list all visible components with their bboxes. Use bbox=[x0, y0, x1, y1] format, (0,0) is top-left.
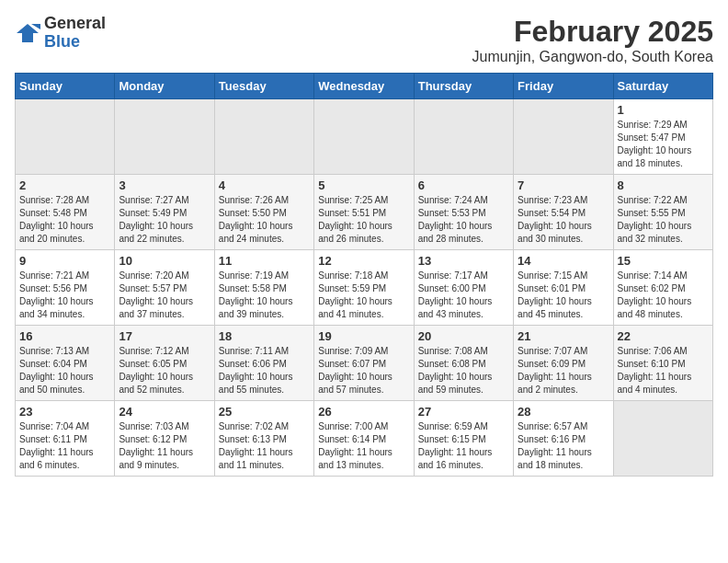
weekday-header-wednesday: Wednesday bbox=[314, 74, 414, 99]
weekday-row: SundayMondayTuesdayWednesdayThursdayFrid… bbox=[16, 74, 713, 99]
day-info: Sunrise: 7:23 AM Sunset: 5:54 PM Dayligh… bbox=[518, 194, 609, 246]
day-info: Sunrise: 7:21 AM Sunset: 5:56 PM Dayligh… bbox=[19, 270, 110, 321]
day-number: 2 bbox=[19, 178, 110, 192]
day-info: Sunrise: 7:07 AM Sunset: 6:09 PM Dayligh… bbox=[518, 345, 609, 396]
day-info: Sunrise: 7:06 AM Sunset: 6:10 PM Dayligh… bbox=[618, 345, 709, 396]
day-info: Sunrise: 7:28 AM Sunset: 5:48 PM Dayligh… bbox=[19, 194, 110, 246]
calendar-cell: 14Sunrise: 7:15 AM Sunset: 6:01 PM Dayli… bbox=[514, 250, 613, 326]
day-info: Sunrise: 7:15 AM Sunset: 6:01 PM Dayligh… bbox=[518, 270, 609, 321]
calendar-cell: 2Sunrise: 7:28 AM Sunset: 5:48 PM Daylig… bbox=[16, 175, 115, 250]
calendar-cell bbox=[414, 99, 513, 175]
calendar-body: 1Sunrise: 7:29 AM Sunset: 5:47 PM Daylig… bbox=[16, 99, 713, 477]
calendar-week-4: 16Sunrise: 7:13 AM Sunset: 6:04 PM Dayli… bbox=[16, 326, 713, 401]
day-number: 24 bbox=[119, 405, 210, 419]
day-info: Sunrise: 7:14 AM Sunset: 6:02 PM Dayligh… bbox=[618, 270, 709, 321]
day-info: Sunrise: 7:11 AM Sunset: 6:06 PM Dayligh… bbox=[219, 345, 310, 396]
calendar-cell: 4Sunrise: 7:26 AM Sunset: 5:50 PM Daylig… bbox=[214, 175, 313, 250]
day-number: 6 bbox=[418, 178, 509, 192]
calendar-cell bbox=[214, 99, 313, 175]
day-number: 10 bbox=[119, 254, 210, 268]
day-number: 12 bbox=[318, 254, 409, 268]
day-number: 9 bbox=[19, 254, 110, 268]
day-number: 4 bbox=[219, 178, 310, 192]
calendar-title: February 2025 bbox=[472, 15, 713, 49]
day-number: 8 bbox=[618, 178, 709, 192]
day-number: 3 bbox=[119, 178, 210, 192]
weekday-header-sunday: Sunday bbox=[16, 74, 115, 99]
day-number: 17 bbox=[119, 329, 210, 343]
calendar-cell: 27Sunrise: 6:59 AM Sunset: 6:15 PM Dayli… bbox=[414, 401, 513, 477]
logo: General Blue bbox=[15, 15, 106, 52]
day-number: 20 bbox=[418, 329, 509, 343]
weekday-header-thursday: Thursday bbox=[414, 74, 513, 99]
day-info: Sunrise: 7:24 AM Sunset: 5:53 PM Dayligh… bbox=[418, 194, 509, 246]
day-info: Sunrise: 7:29 AM Sunset: 5:47 PM Dayligh… bbox=[618, 119, 709, 170]
day-number: 11 bbox=[219, 254, 310, 268]
day-number: 14 bbox=[518, 254, 609, 268]
day-number: 5 bbox=[318, 178, 409, 192]
logo-icon bbox=[15, 20, 40, 46]
day-number: 22 bbox=[618, 329, 709, 343]
day-info: Sunrise: 6:59 AM Sunset: 6:15 PM Dayligh… bbox=[418, 420, 509, 472]
calendar-cell: 7Sunrise: 7:23 AM Sunset: 5:54 PM Daylig… bbox=[514, 175, 613, 250]
day-info: Sunrise: 7:26 AM Sunset: 5:50 PM Dayligh… bbox=[219, 194, 310, 246]
day-number: 25 bbox=[219, 405, 310, 419]
day-number: 26 bbox=[318, 405, 409, 419]
calendar-cell: 17Sunrise: 7:12 AM Sunset: 6:05 PM Dayli… bbox=[115, 326, 214, 401]
calendar-cell: 11Sunrise: 7:19 AM Sunset: 5:58 PM Dayli… bbox=[214, 250, 313, 326]
calendar-cell: 8Sunrise: 7:22 AM Sunset: 5:55 PM Daylig… bbox=[613, 175, 712, 250]
day-info: Sunrise: 7:13 AM Sunset: 6:04 PM Dayligh… bbox=[19, 345, 110, 396]
calendar-cell: 23Sunrise: 7:04 AM Sunset: 6:11 PM Dayli… bbox=[16, 401, 115, 477]
day-number: 28 bbox=[518, 405, 609, 419]
weekday-header-monday: Monday bbox=[115, 74, 214, 99]
calendar-cell bbox=[514, 99, 613, 175]
calendar-week-2: 2Sunrise: 7:28 AM Sunset: 5:48 PM Daylig… bbox=[16, 175, 713, 250]
calendar-cell: 22Sunrise: 7:06 AM Sunset: 6:10 PM Dayli… bbox=[613, 326, 712, 401]
calendar-cell: 3Sunrise: 7:27 AM Sunset: 5:49 PM Daylig… bbox=[115, 175, 214, 250]
day-number: 19 bbox=[318, 329, 409, 343]
day-number: 1 bbox=[618, 103, 709, 117]
calendar-header: SundayMondayTuesdayWednesdayThursdayFrid… bbox=[16, 74, 713, 99]
calendar-cell: 20Sunrise: 7:08 AM Sunset: 6:08 PM Dayli… bbox=[414, 326, 513, 401]
calendar-cell: 21Sunrise: 7:07 AM Sunset: 6:09 PM Dayli… bbox=[514, 326, 613, 401]
calendar-cell bbox=[613, 401, 712, 477]
day-number: 23 bbox=[19, 405, 110, 419]
calendar-cell: 26Sunrise: 7:00 AM Sunset: 6:14 PM Dayli… bbox=[314, 401, 414, 477]
day-number: 13 bbox=[418, 254, 509, 268]
day-info: Sunrise: 7:02 AM Sunset: 6:13 PM Dayligh… bbox=[219, 420, 310, 472]
calendar-table: SundayMondayTuesdayWednesdayThursdayFrid… bbox=[15, 73, 713, 477]
day-info: Sunrise: 7:03 AM Sunset: 6:12 PM Dayligh… bbox=[119, 420, 210, 472]
calendar-cell: 19Sunrise: 7:09 AM Sunset: 6:07 PM Dayli… bbox=[314, 326, 414, 401]
day-number: 21 bbox=[518, 329, 609, 343]
day-info: Sunrise: 7:09 AM Sunset: 6:07 PM Dayligh… bbox=[318, 345, 409, 396]
logo-blue-text: Blue bbox=[44, 32, 80, 51]
day-info: Sunrise: 7:18 AM Sunset: 5:59 PM Dayligh… bbox=[318, 270, 409, 321]
day-info: Sunrise: 6:57 AM Sunset: 6:16 PM Dayligh… bbox=[518, 420, 609, 472]
calendar-cell bbox=[16, 99, 115, 175]
day-number: 16 bbox=[19, 329, 110, 343]
calendar-cell: 25Sunrise: 7:02 AM Sunset: 6:13 PM Dayli… bbox=[214, 401, 313, 477]
calendar-cell: 13Sunrise: 7:17 AM Sunset: 6:00 PM Dayli… bbox=[414, 250, 513, 326]
day-info: Sunrise: 7:04 AM Sunset: 6:11 PM Dayligh… bbox=[19, 420, 110, 472]
calendar-cell: 18Sunrise: 7:11 AM Sunset: 6:06 PM Dayli… bbox=[214, 326, 313, 401]
calendar-cell: 10Sunrise: 7:20 AM Sunset: 5:57 PM Dayli… bbox=[115, 250, 214, 326]
calendar-subtitle: Jumunjin, Gangwon-do, South Korea bbox=[472, 49, 713, 65]
day-info: Sunrise: 7:22 AM Sunset: 5:55 PM Dayligh… bbox=[618, 194, 709, 246]
calendar-cell: 12Sunrise: 7:18 AM Sunset: 5:59 PM Dayli… bbox=[314, 250, 414, 326]
day-info: Sunrise: 7:17 AM Sunset: 6:00 PM Dayligh… bbox=[418, 270, 509, 321]
day-info: Sunrise: 7:27 AM Sunset: 5:49 PM Dayligh… bbox=[119, 194, 210, 246]
logo-general-text: General bbox=[44, 14, 106, 32]
weekday-header-saturday: Saturday bbox=[613, 74, 712, 99]
day-info: Sunrise: 7:19 AM Sunset: 5:58 PM Dayligh… bbox=[219, 270, 310, 321]
day-number: 15 bbox=[618, 254, 709, 268]
calendar-cell: 16Sunrise: 7:13 AM Sunset: 6:04 PM Dayli… bbox=[16, 326, 115, 401]
calendar-cell bbox=[314, 99, 414, 175]
day-info: Sunrise: 7:00 AM Sunset: 6:14 PM Dayligh… bbox=[318, 420, 409, 472]
day-number: 7 bbox=[518, 178, 609, 192]
day-number: 18 bbox=[219, 329, 310, 343]
svg-marker-0 bbox=[17, 24, 39, 42]
day-info: Sunrise: 7:12 AM Sunset: 6:05 PM Dayligh… bbox=[119, 345, 210, 396]
day-info: Sunrise: 7:25 AM Sunset: 5:51 PM Dayligh… bbox=[318, 194, 409, 246]
calendar-cell: 1Sunrise: 7:29 AM Sunset: 5:47 PM Daylig… bbox=[613, 99, 712, 175]
day-number: 27 bbox=[418, 405, 509, 419]
